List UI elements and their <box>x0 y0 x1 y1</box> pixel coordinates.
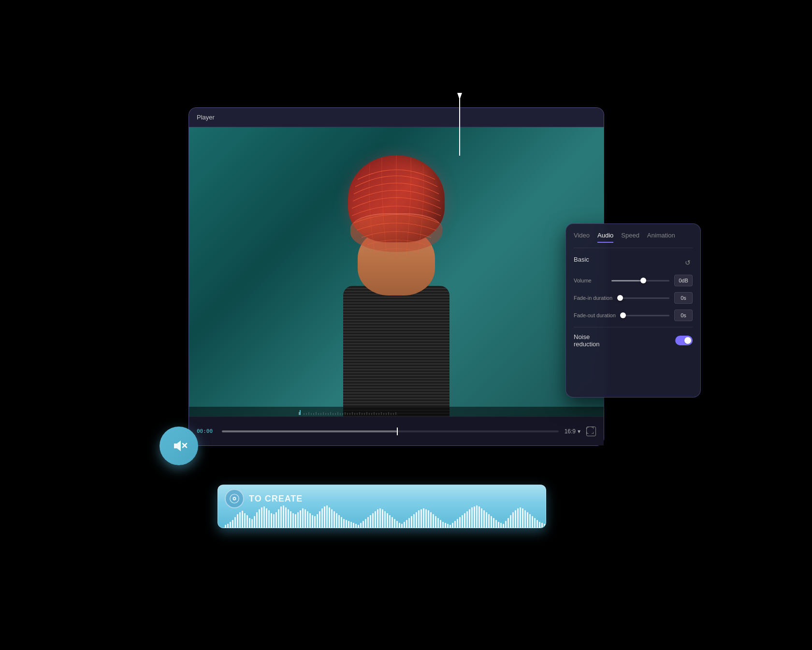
waveform-bar <box>437 518 439 528</box>
waveform-bar <box>498 522 499 528</box>
waveform-bar <box>534 518 536 528</box>
waveform-bar <box>505 521 507 528</box>
volume-fill <box>611 280 643 281</box>
waveform-bar <box>387 513 388 528</box>
waveform-bar <box>232 520 233 528</box>
waveform-bar <box>230 522 231 528</box>
waveform-bar <box>292 513 294 528</box>
volume-thumb[interactable] <box>640 278 646 283</box>
waveform-bar <box>464 513 465 528</box>
waveform-bar <box>309 513 311 528</box>
waveform-bar <box>406 520 407 528</box>
waveform-bar <box>384 511 386 528</box>
audio-panel: Video Audio Speed Animation Basic ↺ Volu… <box>566 223 701 398</box>
waveform-bar <box>520 507 521 528</box>
fullscreen-icon <box>587 427 594 434</box>
waveform-bar <box>445 523 446 528</box>
waveform-bar <box>263 506 265 528</box>
waveform-bar <box>290 511 291 528</box>
audio-track[interactable]: TO CREATE <box>218 485 546 528</box>
waveform-bar <box>261 507 262 528</box>
waveform-bar <box>375 511 376 528</box>
waveform-bar <box>377 509 378 528</box>
fade-out-thumb[interactable] <box>620 312 626 318</box>
waveform-bar <box>515 510 516 528</box>
waveform-bar <box>244 513 246 528</box>
track-title: TO CREATE <box>249 494 303 504</box>
waveform-bar <box>307 511 308 528</box>
waveform-bar <box>266 508 267 528</box>
waveform-bar <box>508 518 509 528</box>
waveform-bar <box>392 517 393 528</box>
waveform-bar <box>239 512 241 528</box>
waveform-bar <box>273 514 275 528</box>
fade-in-label: Fade-in duration <box>574 295 612 301</box>
waveform-bar <box>474 506 475 528</box>
waveform-bar <box>541 523 543 528</box>
volume-label: Volume <box>574 277 607 284</box>
waveform-bar <box>522 508 523 528</box>
waveform-bar <box>304 509 306 528</box>
waveform-bar <box>435 516 436 528</box>
waveform-bar <box>396 521 398 528</box>
mute-button[interactable] <box>160 427 198 465</box>
waveform-bar <box>237 514 238 528</box>
waveform-bar <box>469 509 470 528</box>
noise-label-line2: reduction <box>574 340 599 348</box>
fade-in-value[interactable]: 0s <box>674 292 693 304</box>
waveform-bar <box>440 520 441 528</box>
noise-reduction-toggle[interactable] <box>675 336 693 345</box>
waveform-bar <box>343 519 345 528</box>
waveform-bar <box>524 510 526 528</box>
waveform-bar <box>510 515 511 528</box>
fade-out-control: Fade-out duration 0s <box>574 310 693 321</box>
basic-section-title: Basic <box>574 256 589 263</box>
fullscreen-button[interactable] <box>586 427 596 436</box>
fade-out-slider[interactable] <box>621 315 669 316</box>
waveform-bar <box>317 514 318 528</box>
aspect-ratio-control[interactable]: 16:9 ▾ <box>565 428 580 435</box>
waveform-bar <box>418 510 420 528</box>
waveform-bar <box>338 515 340 528</box>
waveform-bar <box>324 506 325 528</box>
tab-speed[interactable]: Speed <box>621 232 639 243</box>
volume-slider[interactable] <box>611 280 669 281</box>
waveform-bar <box>423 508 424 528</box>
waveform-bar <box>312 515 313 528</box>
video-content <box>189 127 604 416</box>
waveform-bar <box>268 510 270 528</box>
waveform-bar <box>283 505 284 528</box>
volume-value[interactable]: 0dB <box>674 275 693 286</box>
waveform-bar <box>481 508 482 528</box>
main-scene: Player <box>188 107 624 543</box>
fade-in-slider[interactable] <box>617 297 669 299</box>
tab-audio[interactable]: Audio <box>597 232 613 243</box>
tab-video[interactable]: Video <box>574 232 590 243</box>
timeline-scrubber[interactable] <box>222 430 559 432</box>
waveform-bar <box>486 512 487 528</box>
waveform-bar <box>326 505 328 528</box>
aspect-ratio-chevron: ▾ <box>578 428 580 435</box>
playhead-needle[interactable] <box>459 93 460 156</box>
waveform-bar <box>360 523 362 528</box>
waveform-bar <box>529 514 531 528</box>
reset-icon[interactable]: ↺ <box>685 259 693 266</box>
noise-reduction-row: Noise reduction <box>574 333 693 348</box>
waveform-bar <box>362 521 364 528</box>
waveform-bar <box>404 522 405 528</box>
waveform-bar <box>408 518 410 528</box>
waveform-bar <box>367 517 369 528</box>
waveform-bar <box>355 524 357 528</box>
waveform-bar <box>379 508 381 528</box>
person-silhouette <box>319 146 474 416</box>
tab-animation[interactable]: Animation <box>647 232 675 243</box>
waveform-bar <box>493 518 494 528</box>
body <box>343 286 450 416</box>
player-title: Player <box>197 114 215 121</box>
mute-icon <box>170 437 188 455</box>
fade-in-thumb[interactable] <box>617 295 623 301</box>
waveform-bar <box>319 511 320 528</box>
waveform-bar <box>288 509 289 528</box>
waveform-bar <box>276 512 277 528</box>
fade-out-value[interactable]: 0s <box>674 310 693 321</box>
